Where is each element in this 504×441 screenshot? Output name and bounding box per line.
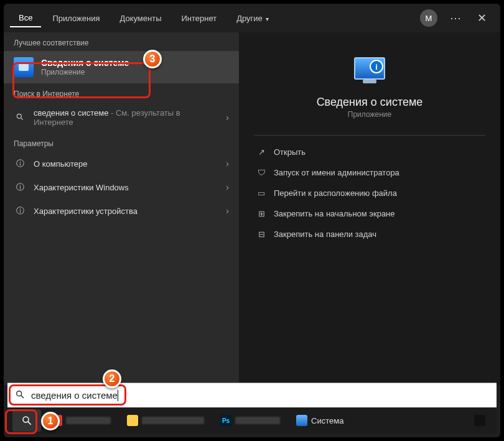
search-tabs: Все Приложения Документы Интернет Другие… bbox=[4, 4, 500, 32]
taskbar-app-photoshop[interactable]: Ps bbox=[214, 409, 286, 432]
best-match-subtitle: Приложение bbox=[41, 68, 129, 77]
preview-title: Сведения о системе bbox=[254, 96, 485, 109]
pin-icon: ⊞ bbox=[256, 209, 266, 218]
action-pin-taskbar[interactable]: ⊟ Закрепить на панели задач bbox=[254, 224, 485, 244]
preview-app-icon: i bbox=[352, 57, 387, 87]
results-panel: Лучшее соответствие Сведения о системе П… bbox=[4, 32, 239, 385]
web-search-result[interactable]: сведения о системе - См. результаты в Ин… bbox=[4, 102, 239, 133]
section-web: Поиск в Интернете bbox=[4, 83, 239, 102]
svg-line-3 bbox=[21, 395, 24, 397]
search-icon bbox=[15, 389, 25, 402]
svg-line-5 bbox=[28, 422, 31, 425]
folder-icon: ▭ bbox=[256, 188, 266, 198]
action-open-file-location[interactable]: ▭ Перейти к расположению файла bbox=[254, 183, 485, 203]
more-options-button[interactable]: ⋯ bbox=[444, 11, 467, 25]
action-run-as-admin[interactable]: 🛡 Запуск от имени администратора bbox=[254, 162, 485, 183]
section-best-match: Лучшее соответствие bbox=[4, 32, 239, 51]
info-icon: ⓘ bbox=[14, 158, 26, 169]
svg-line-1 bbox=[21, 118, 22, 119]
info-icon: ⓘ bbox=[14, 205, 26, 216]
tab-all[interactable]: Все bbox=[10, 9, 41, 27]
close-button[interactable]: ✕ bbox=[470, 11, 494, 25]
taskbar: Ps Система bbox=[7, 407, 497, 434]
search-icon bbox=[14, 113, 26, 123]
tab-documents[interactable]: Документы bbox=[111, 10, 170, 27]
section-settings: Параметры bbox=[4, 133, 239, 152]
taskbar-search-button[interactable] bbox=[12, 409, 41, 432]
annotation-marker-2: 2 bbox=[103, 369, 121, 388]
tab-apps[interactable]: Приложения bbox=[44, 10, 108, 27]
tab-more[interactable]: Другие ▾ bbox=[228, 10, 277, 27]
chevron-right-icon: › bbox=[226, 159, 229, 169]
open-icon: ↗ bbox=[256, 147, 266, 157]
svg-point-2 bbox=[17, 391, 22, 396]
action-pin-start[interactable]: ⊞ Закрепить на начальном экране bbox=[254, 203, 485, 224]
pin-taskbar-icon: ⊟ bbox=[256, 230, 266, 239]
preview-panel: i Сведения о системе Приложение ↗ Открыт… bbox=[239, 32, 500, 385]
annotation-marker-1: 1 bbox=[41, 412, 60, 430]
settings-result-about-pc[interactable]: ⓘ О компьютере › bbox=[4, 152, 239, 175]
chevron-right-icon: › bbox=[226, 113, 229, 123]
tab-web[interactable]: Интернет bbox=[172, 10, 225, 27]
best-match-title: Сведения о системе bbox=[41, 58, 129, 68]
search-input-text: сведения о системе bbox=[31, 390, 118, 401]
chevron-down-icon: ▾ bbox=[264, 16, 269, 22]
admin-shield-icon: 🛡 bbox=[256, 168, 266, 177]
svg-point-0 bbox=[17, 114, 21, 118]
annotation-marker-3: 3 bbox=[143, 50, 162, 68]
sysinfo-app-icon bbox=[14, 57, 34, 77]
svg-point-4 bbox=[23, 417, 29, 422]
settings-result-windows-specs[interactable]: ⓘ Характеристики Windows › bbox=[4, 175, 239, 199]
best-match-result[interactable]: Сведения о системе Приложение bbox=[4, 51, 239, 83]
settings-result-device-specs[interactable]: ⓘ Характеристики устройства › bbox=[4, 199, 239, 223]
info-icon: ⓘ bbox=[14, 182, 26, 193]
taskbar-app-terminal[interactable] bbox=[468, 409, 492, 432]
action-open[interactable]: ↗ Открыть bbox=[254, 142, 485, 162]
user-avatar[interactable]: M bbox=[420, 9, 437, 27]
chevron-right-icon: › bbox=[226, 206, 229, 216]
search-bar[interactable]: сведения о системе bbox=[7, 383, 497, 407]
chevron-right-icon: › bbox=[226, 182, 229, 192]
taskbar-app-system[interactable]: Система bbox=[290, 409, 350, 432]
preview-subtitle: Приложение bbox=[254, 110, 485, 119]
taskbar-app-explorer[interactable] bbox=[121, 409, 210, 432]
